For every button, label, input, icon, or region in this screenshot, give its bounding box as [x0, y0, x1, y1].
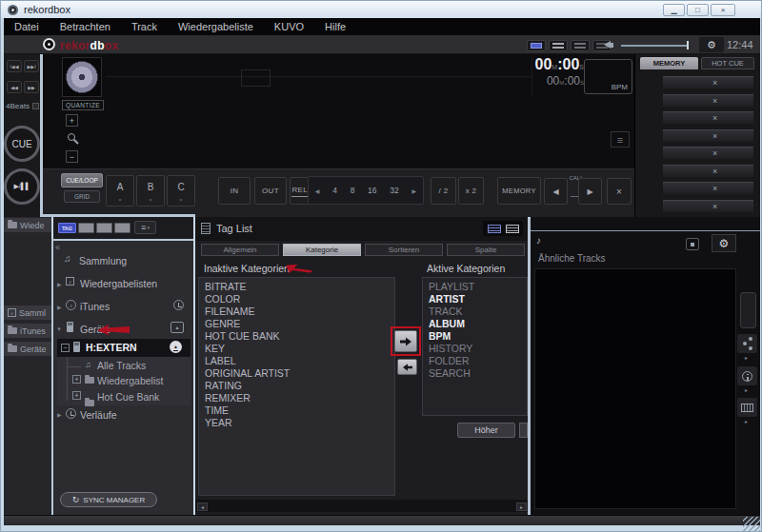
bg-item-itunes[interactable]: iTunes — [4, 324, 51, 338]
resize-grip[interactable] — [743, 517, 760, 531]
zoom-in-button[interactable]: + — [66, 114, 78, 127]
close-button[interactable]: × — [711, 4, 735, 16]
beats-8[interactable]: 8 — [351, 186, 355, 195]
expand-icon[interactable]: ▶ — [57, 281, 62, 287]
hot-cue-c-clear[interactable]: × — [179, 197, 183, 203]
vertical-scrollbar-thumb[interactable] — [740, 292, 756, 328]
expand-icon[interactable]: ▼ — [56, 326, 62, 332]
sidebar-item-hot-cue-bank[interactable]: Hot Cue Bank — [97, 391, 159, 403]
category-item[interactable]: TRACK — [423, 305, 527, 318]
waveform-menu-icon[interactable]: ≡ — [611, 131, 630, 148]
memory-row-delete-icon[interactable]: × — [712, 95, 717, 107]
quantize-toggle[interactable]: QUANTIZE — [62, 100, 104, 110]
menu-wiedergabeliste[interactable]: Wiedergabeliste — [168, 21, 264, 32]
beats-right-arrow-icon[interactable]: ▶ — [411, 187, 416, 194]
sync-manager-button[interactable]: ↻SYNC MANAGER — [60, 492, 157, 507]
tab-hot-cue[interactable]: HOT CUE — [701, 57, 754, 69]
move-down-button-partial[interactable] — [519, 423, 528, 438]
bg-item-sammlung[interactable]: ♪Samml — [4, 305, 51, 320]
category-item[interactable]: HOT CUE BANK — [199, 330, 394, 343]
category-item[interactable]: FILENAME — [199, 305, 394, 318]
maximize-button[interactable]: □ — [687, 4, 709, 16]
volume-slider[interactable] — [621, 45, 688, 47]
fast-forward-button[interactable]: ▶▶ — [24, 81, 39, 93]
expand-icon[interactable]: ▶ — [57, 304, 62, 310]
loop-beats-selector[interactable]: ◀ 4 8 16 32 ▶ — [308, 176, 424, 205]
tag-filter-button[interactable]: TAG — [58, 223, 76, 233]
expand-box-icon[interactable]: + — [72, 375, 81, 384]
memory-row-delete-icon[interactable]: × — [712, 183, 717, 194]
layout-button-3[interactable] — [571, 40, 590, 51]
memory-row-delete-icon[interactable]: × — [712, 166, 717, 177]
horizontal-scrollbar[interactable] — [195, 500, 528, 512]
info-panel-icon[interactable] — [737, 366, 757, 385]
category-item[interactable]: TIME — [199, 404, 394, 417]
memory-row-delete-icon[interactable]: × — [712, 148, 717, 159]
memory-row-delete-icon[interactable]: × — [712, 77, 717, 89]
scroll-right-icon[interactable]: ▸ — [516, 502, 527, 511]
grid-view-icon[interactable] — [488, 225, 501, 233]
menu-hilfe[interactable]: Hilfe — [314, 21, 356, 32]
link-export-icon[interactable] — [737, 334, 757, 353]
hot-cue-b-clear[interactable]: × — [149, 197, 152, 203]
play-pause-button[interactable]: ▶/▌▌ — [4, 168, 40, 205]
hot-cue-b-button[interactable]: B× — [136, 175, 165, 207]
next-track-button[interactable]: ▶▶Ι — [24, 60, 39, 72]
collapse-sidebar-icon[interactable]: « — [55, 243, 60, 252]
cue-button[interactable]: CUE — [4, 126, 40, 162]
tab-memory[interactable]: MEMORY — [640, 57, 698, 69]
loop-in-button[interactable]: IN — [218, 177, 251, 205]
hot-cue-c-button[interactable]: C× — [167, 175, 195, 207]
eject-device-button[interactable]: ▲ — [170, 341, 182, 353]
cue-loop-mode-button[interactable]: CUE/LOOP — [61, 173, 103, 187]
deactivate-category-button[interactable] — [397, 359, 417, 375]
memory-call-prev-button[interactable]: ◀ — [544, 178, 568, 205]
hot-cue-a-clear[interactable]: × — [118, 197, 122, 203]
category-item[interactable]: GENRE — [199, 318, 394, 330]
sidebar-item-itunes[interactable]: iTunes — [80, 301, 110, 312]
category-item[interactable]: ORIGINAL ARTIST — [199, 367, 394, 380]
menu-kuvo[interactable]: KUVO — [264, 21, 314, 32]
eject-all-devices-icon[interactable]: ▲ — [170, 322, 184, 333]
memory-row-delete-icon[interactable]: × — [712, 130, 717, 142]
loop-half-button[interactable]: / 2 — [431, 177, 456, 205]
category-item[interactable]: FOLDER — [423, 355, 527, 367]
category-item[interactable]: ALBUM — [423, 318, 527, 330]
category-item[interactable]: RATING — [199, 380, 394, 392]
memory-call-next-button[interactable]: ▶ — [578, 178, 602, 205]
loop-double-button[interactable]: x 2 — [458, 177, 484, 205]
volume-slider-thumb[interactable] — [687, 41, 689, 49]
filter-button-4[interactable] — [114, 223, 130, 233]
list-view-icon[interactable] — [506, 225, 519, 233]
memory-set-button[interactable]: MEMORY — [497, 177, 541, 205]
loop-out-button[interactable]: OUT — [254, 177, 287, 205]
memory-row-delete-icon[interactable]: × — [712, 201, 717, 212]
minimize-button[interactable]: ▁ — [663, 4, 685, 16]
sidebar-item-sammlung[interactable]: Sammlung — [79, 255, 127, 266]
artwork-toggle-icon[interactable] — [686, 238, 699, 250]
itunes-refresh-icon[interactable] — [173, 300, 184, 310]
similar-tracks-settings-icon[interactable]: ⚙ — [712, 234, 736, 252]
memory-delete-button[interactable]: × — [607, 178, 632, 205]
tab-spalte[interactable]: Spalte — [447, 244, 525, 256]
sidebar-item-verlaeufe[interactable]: Verläufe — [80, 409, 117, 421]
list-view-dropdown[interactable]: ≡▾ — [134, 221, 156, 234]
category-item[interactable]: PLAYLIST — [423, 281, 527, 293]
tab-kategorie[interactable]: Kategorie — [283, 244, 361, 256]
hot-cue-a-button[interactable]: A× — [106, 175, 134, 207]
tab-allgemein[interactable]: Allgemein — [201, 244, 279, 256]
zoom-out-button[interactable]: − — [66, 150, 78, 163]
category-item[interactable]: BITRATE — [199, 281, 394, 293]
beats-left-arrow-icon[interactable]: ◀ — [315, 187, 320, 194]
layout-button-2[interactable] — [549, 40, 568, 51]
expand-icon[interactable]: ▶ — [57, 411, 62, 418]
filter-button-3[interactable] — [96, 223, 112, 233]
category-item[interactable]: YEAR — [199, 417, 394, 429]
memory-row-delete-icon[interactable]: × — [712, 112, 717, 124]
expand-box-icon[interactable]: + — [72, 391, 81, 400]
move-up-button[interactable]: Höher — [457, 423, 515, 438]
sidebar-item-wiedergabelist[interactable]: Wiedergabelist — [97, 375, 163, 386]
category-item[interactable]: BPM — [423, 330, 527, 343]
rewind-button[interactable]: ◀◀ — [7, 81, 22, 93]
previous-track-button[interactable]: Ι◀◀ — [7, 60, 22, 72]
